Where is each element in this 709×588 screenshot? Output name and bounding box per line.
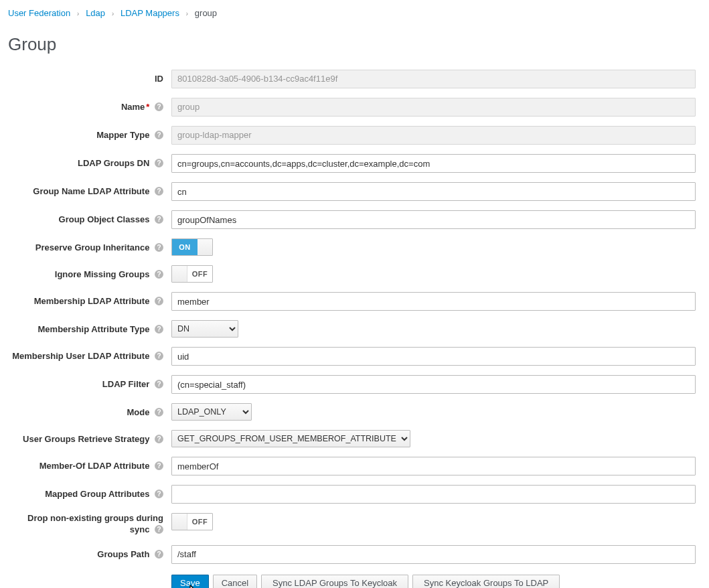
help-icon[interactable]: ? (155, 131, 163, 139)
breadcrumb-ldap-mappers[interactable]: LDAP Mappers (121, 8, 179, 18)
sync-ldap-to-keycloak-button[interactable]: Sync LDAP Groups To Keycloak (261, 575, 408, 588)
help-icon[interactable]: ? (155, 102, 163, 111)
label-ldap-filter: LDAP Filter (102, 379, 150, 389)
label-mapper-type: Mapper Type (96, 130, 149, 140)
toggle-off-label: OFF (192, 270, 208, 278)
group-obj-classes-input[interactable] (171, 210, 696, 229)
help-icon[interactable]: ? (155, 159, 163, 167)
ldap-groups-dn-input[interactable] (171, 154, 696, 173)
toggle-off-label: OFF (192, 518, 208, 526)
id-field: 8010828d-3a05-4906-b134-cc9ac4f11e9f (171, 70, 696, 88)
breadcrumb-user-federation[interactable]: User Federation (8, 8, 70, 18)
label-group-name-attr: Group Name LDAP Attribute (33, 186, 149, 196)
save-button[interactable]: Save (171, 575, 209, 588)
label-retrieve-strategy: User Groups Retrieve Strategy (23, 434, 149, 444)
mapper-form: ID 8010828d-3a05-4906-b134-cc9ac4f11e9f … (7, 70, 696, 588)
help-icon[interactable]: ? (155, 525, 163, 534)
group-name-attr-input[interactable] (171, 182, 696, 201)
preserve-inherit-toggle[interactable]: ON OFF (171, 238, 213, 256)
label-name: Name (121, 102, 145, 112)
drop-nonexisting-toggle[interactable]: ON OFF (171, 513, 213, 530)
help-icon[interactable]: ? (155, 408, 163, 417)
label-membership-user-attr: Membership User LDAP Attribute (12, 351, 149, 361)
groups-path-input[interactable] (171, 545, 696, 564)
help-icon[interactable]: ? (155, 270, 163, 279)
help-icon[interactable]: ? (155, 490, 163, 498)
label-groups-path: Groups Path (97, 549, 149, 559)
help-icon[interactable]: ? (155, 550, 163, 559)
label-membership-attr-type: Membership Attribute Type (38, 324, 150, 334)
membership-attr-input[interactable] (171, 292, 696, 311)
label-ldap-groups-dn: LDAP Groups DN (78, 158, 149, 168)
membership-user-attr-input[interactable] (171, 347, 696, 366)
help-icon[interactable]: ? (155, 243, 163, 252)
chevron-right-icon: › (73, 9, 84, 17)
breadcrumb-current: group (195, 8, 217, 18)
membership-attr-type-select[interactable]: DN (171, 320, 238, 338)
help-icon[interactable]: ? (155, 352, 163, 360)
memberof-attr-input[interactable] (171, 457, 696, 475)
ldap-filter-input[interactable] (171, 375, 696, 394)
help-icon[interactable]: ? (155, 325, 163, 334)
required-marker: * (146, 102, 149, 112)
chevron-right-icon: › (182, 9, 193, 17)
help-icon[interactable]: ? (155, 461, 163, 470)
help-icon[interactable]: ? (155, 215, 163, 224)
toggle-on-label: ON (179, 243, 191, 251)
breadcrumb: User Federation › Ldap › LDAP Mappers › … (7, 7, 696, 25)
help-icon[interactable]: ? (155, 297, 163, 305)
mapped-group-attrs-input[interactable] (171, 485, 696, 504)
label-ignore-missing: Ignore Missing Groups (55, 269, 150, 279)
mode-select[interactable]: LDAP_ONLY (171, 403, 252, 421)
name-field: group (171, 98, 696, 117)
label-group-obj-classes: Group Object Classes (59, 214, 150, 224)
label-id: ID (155, 74, 163, 84)
mapper-type-field: group-ldap-mapper (171, 126, 696, 145)
breadcrumb-ldap[interactable]: Ldap (86, 8, 105, 18)
label-preserve-inherit: Preserve Group Inheritance (35, 242, 150, 252)
help-icon[interactable]: ? (155, 187, 163, 196)
sync-keycloak-to-ldap-button[interactable]: Sync Keycloak Groups To LDAP (412, 575, 560, 588)
label-memberof-attr: Member-Of LDAP Attribute (40, 461, 150, 471)
retrieve-strategy-select[interactable]: GET_GROUPS_FROM_USER_MEMBEROF_ATTRIBUTE (171, 430, 410, 447)
cancel-button[interactable]: Cancel (213, 575, 257, 588)
help-icon[interactable]: ? (155, 380, 163, 388)
label-drop-nonexisting: Drop non-existing groups during sync (27, 513, 163, 534)
label-mapped-group-attrs: Mapped Group Attributes (45, 489, 149, 499)
label-membership-attr: Membership LDAP Attribute (34, 296, 150, 306)
page-title: Group (8, 34, 696, 55)
ignore-missing-toggle[interactable]: ON OFF (171, 265, 213, 283)
label-mode: Mode (127, 407, 149, 417)
help-icon[interactable]: ? (155, 435, 163, 443)
chevron-right-icon: › (108, 9, 119, 17)
